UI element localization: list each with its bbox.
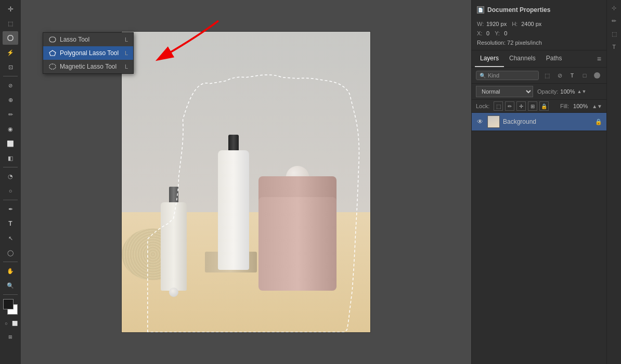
right-side-panel: ⊹ ✏ ⬚ T (606, 0, 621, 364)
bottle-small-ball (169, 288, 178, 297)
artboards-tool[interactable]: ⊞ (3, 330, 18, 344)
main-area: @keyframes march-ant { from { stroke-das… (21, 0, 471, 364)
toolbar-separator-3 (3, 200, 18, 200)
opacity-value: 100% (560, 88, 575, 95)
left-toolbar: ✛ ⬚ ⚡ ⊡ ⊘ ⊕ ✏ ◉ ⬜ ◧ ◔ ○ ✒ T ↖ ◯ ✋ 🔍 ○ ⬜ … (0, 0, 21, 364)
heal-tool[interactable]: ⊕ (3, 93, 18, 107)
blend-mode-select[interactable]: Normal (476, 86, 533, 97)
layers-filter-search[interactable]: 🔍 Kind (476, 71, 539, 80)
brush-tool[interactable]: ✏ (3, 108, 18, 121)
filter-adjust-btn[interactable]: ⊘ (554, 70, 565, 81)
opacity-row: Opacity: 100% ▲▼ (537, 88, 586, 95)
kind-filter-label: Kind (488, 72, 499, 79)
lock-artboard-btn[interactable]: ⊞ (528, 101, 537, 111)
side-icon-4[interactable]: T (609, 41, 620, 53)
bottle-tall-body (218, 150, 249, 270)
shape-tool[interactable]: ◯ (3, 246, 18, 259)
filter-smart-btn[interactable] (592, 70, 602, 81)
blend-opacity-row: Normal Opacity: 100% ▲▼ (472, 84, 606, 100)
lasso-tool[interactable] (3, 31, 18, 45)
filter-pixel-btn[interactable]: ⬚ (542, 70, 552, 81)
stamp-tool[interactable]: ◉ (3, 122, 18, 136)
magnetic-lasso-label: Magnetic Lasso Tool (60, 63, 117, 70)
doc-x-field: X: 0 (477, 30, 489, 36)
canvas-wrapper[interactable]: @keyframes march-ant { from { stroke-das… (21, 0, 471, 364)
channels-tab[interactable]: Channels (504, 50, 541, 67)
fill-stepper[interactable]: ▲▼ (592, 103, 602, 109)
magic-wand-tool[interactable]: ⚡ (3, 46, 18, 59)
extra-tools-row: ○ ⬜ (3, 320, 18, 327)
layer-visibility-toggle[interactable]: 👁 (476, 118, 484, 126)
doc-props-title: 📄 Document Properties (477, 4, 601, 16)
opacity-label: Opacity: (537, 88, 558, 95)
layer-lock-icon: 🔒 (595, 119, 602, 125)
lock-move-btn[interactable]: ✛ (516, 101, 526, 111)
doc-y-label: Y: (495, 30, 502, 36)
layers-tabs-bar: Layers Channels Paths ≡ (472, 50, 606, 68)
doc-height-field: H: 2400 px (512, 21, 541, 27)
document-properties: 📄 Document Properties W: 1920 px H: 2400… (472, 0, 606, 50)
lock-all-btn[interactable]: 🔒 (539, 101, 549, 111)
box-round-body (258, 197, 337, 291)
eraser-tool[interactable]: ⬜ (3, 137, 18, 150)
lock-paint-btn[interactable]: ✏ (505, 101, 514, 111)
doc-width-label: W: (477, 21, 484, 27)
screen-mode-tool[interactable]: ⬜ (11, 320, 18, 327)
paths-tab[interactable]: Paths (541, 50, 567, 67)
foreground-color[interactable] (3, 299, 14, 309)
side-icon-1[interactable]: ⊹ (609, 2, 620, 14)
layer-name-label: Background (503, 118, 592, 125)
doc-y-field: Y: 0 (495, 30, 507, 36)
hand-tool[interactable]: ✋ (3, 264, 18, 278)
lock-transparency-btn[interactable]: ⬚ (494, 101, 503, 111)
marquee-tool[interactable]: ⬚ (3, 17, 18, 30)
lasso-icon (48, 35, 57, 44)
lasso-tool-option[interactable]: Lasso Tool L (43, 33, 133, 46)
lasso-shortcut: L (125, 36, 128, 43)
layers-tab[interactable]: Layers (475, 50, 504, 67)
toolbar-separator-4 (3, 262, 18, 262)
color-swatch-area[interactable] (2, 299, 19, 317)
doc-resolution: Resolution: 72 pixels/inch (477, 40, 601, 46)
layers-filter-row: 🔍 Kind ⬚ ⊘ T □ (472, 68, 606, 84)
type-tool[interactable]: T (3, 217, 18, 230)
dodge-tool[interactable]: ○ (3, 184, 18, 198)
doc-x-label: X: (477, 30, 484, 36)
doc-width-field: W: 1920 px (477, 21, 507, 27)
pen-tool[interactable]: ✒ (3, 202, 18, 216)
blur-tool[interactable]: ◔ (3, 170, 18, 183)
toolbar-separator-5 (3, 294, 18, 295)
eyedrop-tool[interactable]: ⊘ (3, 79, 18, 92)
layer-thumbnail (487, 115, 500, 128)
filter-type-icons: ⬚ ⊘ T □ (542, 70, 602, 81)
quick-mask-tool[interactable]: ○ (3, 320, 10, 327)
doc-icon: 📄 (477, 6, 484, 14)
doc-props-title-text: Document Properties (487, 6, 550, 14)
polygonal-lasso-option[interactable]: Polygonal Lasso Tool L (43, 46, 133, 60)
doc-props-dimensions-row: W: 1920 px H: 2400 px (477, 21, 601, 27)
opacity-stepper[interactable]: ▲▼ (577, 89, 587, 94)
smart-object-circle (594, 72, 600, 79)
layers-list: 👁 Background 🔒 (472, 113, 606, 364)
fill-value: 100% (573, 103, 588, 109)
magnetic-lasso-option[interactable]: Magnetic Lasso Tool L (43, 60, 133, 73)
side-icon-3[interactable]: ⬚ (609, 28, 620, 40)
doc-width-value: 1920 px (486, 21, 507, 27)
move-tool[interactable]: ✛ (3, 2, 18, 16)
zoom-tool[interactable]: 🔍 (3, 279, 18, 292)
lock-fill-row: Lock: ⬚ ✏ ✛ ⊞ 🔒 Fill: 100% ▲▼ (472, 100, 606, 113)
photo-canvas[interactable]: @keyframes march-ant { from { stroke-das… (121, 31, 371, 333)
magnetic-lasso-icon (48, 62, 57, 71)
doc-x-value: 0 (486, 30, 489, 36)
side-icon-2[interactable]: ✏ (609, 15, 620, 27)
filter-shape-btn[interactable]: □ (579, 70, 590, 81)
doc-height-label: H: (512, 21, 519, 27)
lock-icons-group: ⬚ ✏ ✛ ⊞ 🔒 (494, 101, 549, 111)
filter-type-btn[interactable]: T (567, 70, 577, 81)
background-layer-item[interactable]: 👁 Background 🔒 (472, 113, 606, 131)
fill-tool[interactable]: ◧ (3, 151, 18, 165)
layers-panel-menu-btn[interactable]: ≡ (595, 53, 603, 65)
layers-panel: Layers Channels Paths ≡ 🔍 Kind ⬚ ⊘ T □ (472, 50, 606, 364)
path-select-tool[interactable]: ↖ (3, 231, 18, 245)
crop-tool[interactable]: ⊡ (3, 60, 18, 74)
